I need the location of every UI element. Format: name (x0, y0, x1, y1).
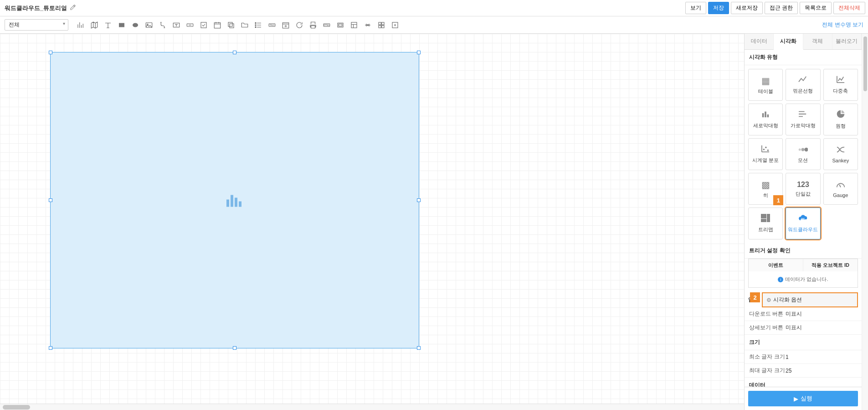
vertical-scrollbar[interactable] (862, 34, 868, 410)
max-font-input[interactable]: 25 (786, 368, 857, 374)
horizontal-scrollbar[interactable] (0, 404, 744, 410)
svg-rect-24 (382, 22, 384, 25)
min-font-input[interactable]: 1 (786, 354, 857, 360)
date-icon[interactable] (280, 19, 292, 31)
svg-rect-43 (761, 219, 766, 222)
tab-object[interactable]: 객체 (803, 34, 832, 49)
checkbox-icon[interactable] (198, 19, 210, 31)
vis-sankey[interactable]: Sankey (823, 138, 858, 170)
svg-text:TAG: TAG (270, 24, 274, 26)
resize-handle[interactable] (417, 51, 421, 54)
vis-wordcloud[interactable]: 워드클라우드 (786, 208, 820, 239)
vis-motion[interactable]: 모션 (786, 138, 820, 170)
size-title: 크기 (745, 335, 862, 350)
vis-pie[interactable]: 원형 (823, 104, 858, 135)
download-value[interactable]: 미표시 (786, 310, 857, 318)
html-icon[interactable]: HTML (321, 19, 333, 31)
ellipse-icon[interactable] (129, 19, 141, 31)
edit-title-icon[interactable] (70, 4, 76, 12)
svg-rect-30 (235, 198, 237, 207)
list-icon[interactable] (252, 19, 264, 31)
gear-icon: ⚙ (766, 297, 771, 303)
vis-table[interactable]: ▦테이블 (748, 69, 783, 101)
detail-value[interactable]: 미표시 (786, 324, 857, 332)
svg-point-39 (801, 148, 805, 151)
access-button[interactable]: 접근 권한 (765, 2, 798, 14)
view-button[interactable]: 보기 (685, 2, 706, 14)
scope-select[interactable]: 전체 (5, 19, 68, 31)
svg-point-11 (255, 24, 256, 25)
vis-line[interactable]: 꺾은선형 (786, 69, 820, 101)
motion-icon (798, 145, 808, 155)
folder-icon[interactable] (239, 19, 251, 31)
textbox-icon[interactable] (170, 19, 182, 31)
slider-icon[interactable] (362, 19, 374, 31)
selected-chart-object[interactable] (50, 52, 419, 348)
tab-import[interactable]: 불러오기 (832, 34, 862, 49)
panel-icon[interactable] (334, 19, 346, 31)
vis-gauge[interactable]: Gauge (823, 173, 858, 205)
svg-point-40 (805, 148, 808, 151)
overlap-icon[interactable] (225, 19, 237, 31)
svg-rect-20 (339, 24, 342, 26)
svg-rect-34 (767, 114, 769, 117)
resize-handle[interactable] (233, 346, 236, 350)
table-icon: ▦ (761, 75, 770, 86)
treemap-icon (761, 214, 770, 224)
scope-select-value: 전체 (9, 21, 20, 28)
save-as-button[interactable]: 새로저장 (731, 2, 763, 14)
save-button[interactable]: 저장 (708, 2, 729, 14)
resize-handle[interactable] (49, 198, 52, 202)
vis-multiaxis[interactable]: 다중축 (823, 69, 858, 101)
svg-point-16 (285, 25, 287, 26)
add-panel-icon[interactable] (389, 19, 401, 31)
vis-heatmap[interactable]: ▩히1 (748, 173, 783, 205)
tab-visual[interactable]: 시각화 (774, 34, 803, 50)
svg-rect-7 (214, 22, 221, 28)
print-icon[interactable] (307, 19, 319, 31)
grid-icon[interactable] (375, 19, 387, 31)
list-button[interactable]: 목록으로 (800, 2, 832, 14)
svg-point-36 (765, 147, 766, 148)
number-icon: 123 (797, 181, 809, 189)
resize-handle[interactable] (417, 346, 421, 350)
vis-treemap[interactable]: 트리맵 (748, 208, 783, 239)
trigger-col-event: 이벤트 (749, 259, 803, 271)
size-max-row: 최대 글자 크기 25 (745, 364, 862, 378)
vis-hbar[interactable]: 가로막대형 (786, 104, 820, 135)
map-icon[interactable] (88, 19, 100, 31)
canvas-area[interactable] (0, 34, 744, 404)
data-title: 데이터 (745, 378, 862, 387)
rectangle-icon[interactable] (116, 19, 128, 31)
wordcloud-icon (797, 214, 808, 224)
delete-all-button[interactable]: 전체삭제 (833, 2, 865, 14)
resize-handle[interactable] (233, 51, 236, 54)
tag-icon[interactable]: TAG (266, 19, 278, 31)
resize-handle[interactable] (417, 198, 421, 202)
play-icon: ▶ (794, 395, 798, 402)
vis-single[interactable]: 123단일값 (786, 173, 820, 205)
image-icon[interactable] (143, 19, 155, 31)
vis-vbar[interactable]: 세로막대형 (748, 104, 783, 135)
resize-handle[interactable] (49, 346, 52, 350)
trigger-title: 트리거 설정 확인 (745, 243, 862, 259)
vis-timeseries[interactable]: 시계열 분포 (748, 138, 783, 170)
calendar-icon[interactable] (211, 19, 223, 31)
text-icon[interactable] (102, 19, 114, 31)
vis-option-header[interactable]: 2 ⚙ 시각화 옵션 (762, 292, 858, 307)
refresh-icon[interactable] (293, 19, 305, 31)
svg-rect-23 (379, 22, 381, 25)
tab-data[interactable]: 데이터 (745, 34, 774, 49)
bar-chart-icon[interactable] (75, 19, 87, 31)
svg-rect-29 (231, 195, 233, 207)
connector-icon[interactable] (157, 19, 169, 31)
layout-icon[interactable] (348, 19, 360, 31)
resize-handle[interactable] (49, 51, 52, 54)
right-panel: 데이터 시각화 객체 불러오기 시각화 유형 ▦테이블 꺾은선형 다중축 세로막… (744, 34, 862, 410)
timeseries-icon (760, 145, 770, 155)
svg-point-1 (133, 23, 138, 27)
button-icon[interactable] (184, 19, 196, 31)
run-button[interactable]: ▶ 실행 (748, 391, 858, 406)
size-min-row: 최소 글자 크기 1 (745, 350, 862, 364)
all-vars-link[interactable]: 전체 변수명 보기 (822, 21, 863, 28)
